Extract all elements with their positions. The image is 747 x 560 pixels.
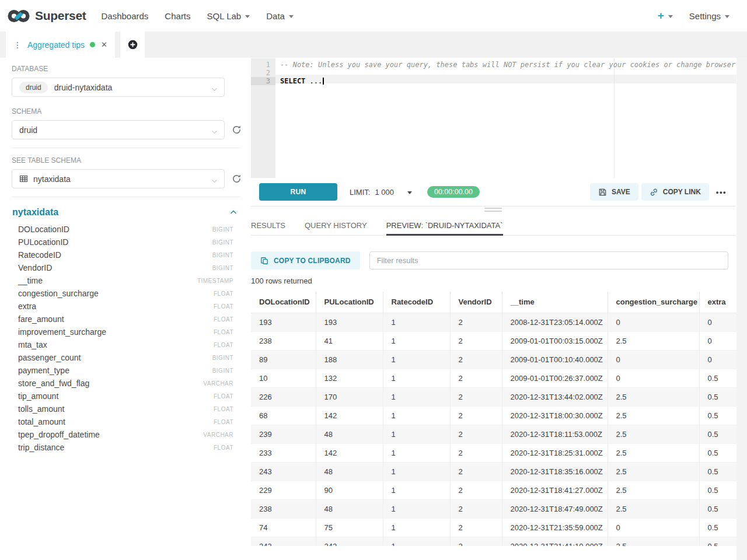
schema-select[interactable]: druid: [12, 120, 225, 139]
nav-item-charts[interactable]: Charts: [156, 11, 198, 21]
caret-down-icon: [725, 15, 729, 18]
table-row: 23848122020-12-31T18:47:49.000Z2.50.5: [251, 499, 736, 518]
table-row: 89188122009-01-01T00:10:40.000Z00: [251, 350, 736, 369]
filter-results-input[interactable]: [369, 251, 728, 270]
column-header[interactable]: VendorID: [450, 292, 502, 313]
nav-item-data[interactable]: Data: [258, 11, 302, 21]
column-header[interactable]: __time: [502, 292, 608, 313]
table-cell: 193: [251, 313, 316, 331]
table-cell: 0.5: [699, 462, 736, 481]
tab-query-history[interactable]: QUERY HISTORY: [305, 216, 367, 236]
column-type: BIGINT: [212, 239, 233, 246]
chevron-down-icon: [211, 176, 218, 187]
sqllab-sidebar: DATABASE druid druid-nytaxidata SCHEMA d…: [0, 58, 246, 560]
table-cell: 238: [251, 499, 316, 518]
settings-menu[interactable]: Settings: [689, 11, 729, 21]
pane-resize-handle[interactable]: [484, 208, 502, 214]
clipboard-icon: [260, 257, 268, 265]
table-row: 23841122009-01-01T00:03:15.000Z2.50: [251, 331, 736, 350]
table-cell: 1: [383, 331, 450, 350]
chevron-down-icon: [211, 85, 218, 95]
column-name: tpep_dropoff_datetime: [18, 430, 100, 439]
vertical-scrollbar[interactable]: [736, 58, 747, 560]
column-name: RatecodeID: [18, 250, 61, 260]
table-cell: 0: [608, 518, 699, 537]
table-select[interactable]: nytaxidata: [12, 169, 225, 188]
save-button[interactable]: SAVE: [590, 183, 638, 201]
table-cell: 242: [316, 537, 383, 546]
table-cell: 2.5: [608, 537, 699, 546]
table-header-row: DOLocationIDPULocationIDRatecodeIDVendor…: [251, 292, 736, 313]
tab-aggregated-tips[interactable]: ⋮ Aggregated tips ✕: [6, 32, 115, 58]
table-cell: 2020-12-31T18:47:49.000Z: [502, 499, 608, 518]
new-tab-button[interactable]: [120, 32, 145, 58]
run-button[interactable]: RUN: [259, 183, 337, 201]
nav-menu: DashboardsChartsSQL LabData: [93, 11, 301, 21]
south-pane-tabs: RESULTSQUERY HISTORYPREVIEW: `DRUID-NYTA…: [251, 216, 736, 236]
table-schema-title: nytaxidata: [12, 207, 58, 218]
drag-handle-icon[interactable]: ⋮: [13, 41, 22, 49]
close-icon[interactable]: ✕: [101, 40, 107, 49]
caret-down-icon: [289, 15, 294, 18]
database-engine-badge: druid: [19, 82, 48, 93]
copy-to-clipboard-button[interactable]: COPY TO CLIPBOARD: [251, 251, 360, 270]
table-cell: 2009-01-01T00:10:40.000Z: [502, 350, 608, 369]
rows-returned-text: 100 rows returned: [251, 276, 312, 285]
schema-column-row: improvement_surchargeFLOAT: [12, 326, 233, 338]
more-actions-button[interactable]: •••: [712, 188, 731, 197]
nav-item-dashboards[interactable]: Dashboards: [93, 11, 156, 21]
column-type: FLOAT: [214, 393, 233, 400]
column-type: BIGINT: [212, 355, 233, 361]
table-cell: 10: [251, 369, 316, 387]
table-cell: 0.5: [699, 481, 736, 499]
gutter-line-number: 3: [251, 77, 275, 85]
nav-item-sql-lab[interactable]: SQL Lab: [199, 11, 259, 21]
table-schema-header[interactable]: nytaxidata: [12, 207, 237, 218]
table-cell: 0.5: [699, 499, 736, 518]
column-type: BIGINT: [212, 265, 233, 271]
table-row: 22990122020-12-31T18:41:27.000Z2.50.5: [251, 481, 736, 499]
table-cell: 0: [608, 313, 699, 331]
column-header[interactable]: RatecodeID: [383, 292, 450, 313]
schema-column-row: passenger_countBIGINT: [12, 351, 233, 364]
see-table-schema-label: SEE TABLE SCHEMA: [12, 156, 246, 164]
table-cell: 132: [316, 369, 383, 387]
text-cursor: [323, 78, 324, 85]
limit-dropdown[interactable]: LIMIT: 1 000: [350, 188, 412, 197]
column-header[interactable]: congestion_surcharge: [608, 292, 699, 313]
table-row: 243242122020-12-31T21:41:10.000Z2.50.5: [251, 537, 736, 546]
sql-text: ...: [305, 77, 322, 85]
column-header[interactable]: PULocationID: [316, 292, 383, 313]
results-actions: COPY TO CLIPBOARD: [251, 251, 728, 270]
database-select[interactable]: druid druid-nytaxidata: [12, 78, 225, 97]
table-row: 226170122020-12-31T13:44:02.000Z2.50.5: [251, 387, 736, 406]
table-icon: [19, 174, 28, 183]
column-header[interactable]: extra: [699, 292, 736, 313]
refresh-schemas-button[interactable]: [231, 124, 242, 135]
table-cell: 142: [316, 443, 383, 462]
link-icon: [650, 188, 658, 197]
schema-label: SCHEMA: [12, 107, 246, 116]
column-type: BIGINT: [212, 252, 233, 258]
table-cell: 243: [251, 462, 316, 481]
column-header[interactable]: DOLocationID: [251, 292, 316, 313]
superset-logo[interactable]: Superset: [8, 8, 86, 24]
column-name: DOLocationID: [18, 225, 69, 234]
editor-toolbar: RUN LIMIT: 1 000 00:00:00.00 SAVE COPY L…: [251, 178, 736, 206]
new-dropdown-button[interactable]: +: [658, 9, 673, 22]
sql-editor[interactable]: 123 -- Note: Unless you save your query,…: [251, 58, 736, 178]
refresh-icon: [231, 173, 242, 184]
tab-preview[interactable]: PREVIEW: `DRUID-NYTAXIDATA`: [386, 216, 503, 236]
schema-column-row: store_and_fwd_flagVARCHAR: [12, 377, 233, 390]
results-table-container[interactable]: DOLocationIDPULocationIDRatecodeIDVendor…: [251, 292, 736, 546]
table-cell: 238: [251, 331, 316, 350]
refresh-tables-button[interactable]: [231, 173, 242, 184]
tab-results[interactable]: RESULTS: [251, 216, 285, 236]
schema-column-row: tolls_amountFLOAT: [12, 402, 233, 415]
column-name: tolls_amount: [18, 404, 64, 414]
sql-keyword: SELECT: [280, 77, 305, 85]
column-type: FLOAT: [214, 290, 233, 297]
copy-link-button[interactable]: COPY LINK: [641, 183, 709, 201]
plus-circle-icon: [128, 40, 138, 50]
query-tab-label: Aggregated tips: [27, 40, 85, 50]
